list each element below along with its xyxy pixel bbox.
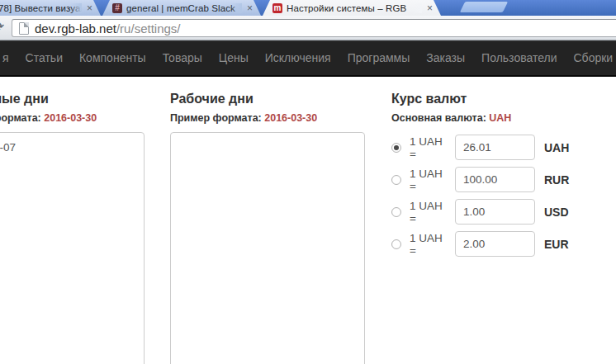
browser-toolbar: ⟳ dev.rgb-lab.net/ru/settings/ (0, 16, 616, 40)
new-tab-button[interactable] (460, 2, 508, 12)
currency-code-uah: UAH (544, 141, 569, 154)
nav-item-products[interactable]: Товары (163, 51, 202, 64)
format-label: Пример формата: (0, 112, 41, 124)
rate-row-eur: 1 UAH = EUR (391, 231, 616, 257)
format-hint: Пример формата: 2016-03-30 (170, 111, 365, 125)
format-hint: Пример формата: 2016-03-30 (0, 111, 145, 125)
address-bar[interactable]: dev.rgb-lab.net/ru/settings/ (12, 19, 616, 37)
weekend-days-textarea[interactable]: 2016-06-07 (0, 132, 145, 364)
url-text[interactable]: dev.rgb-lab.net/ru/settings/ (35, 21, 181, 35)
working-days-textarea[interactable] (170, 132, 365, 364)
nav-item-articles[interactable]: Статьи (26, 51, 63, 64)
rate-prefix: 1 UAH = (410, 168, 448, 192)
tab-close-icon[interactable]: × (84, 2, 95, 13)
nav-item-builds[interactable]: Сборки (574, 51, 614, 64)
nav-item-orders[interactable]: Заказы (426, 51, 465, 64)
radio-rur[interactable] (391, 175, 401, 185)
page-icon (19, 22, 29, 35)
rate-input-rur[interactable] (455, 167, 535, 192)
url-path: /ru/settings/ (116, 21, 181, 35)
tab-title: general | memCrab Slack (126, 3, 242, 13)
rate-prefix: 1 UAH = (410, 232, 448, 257)
base-currency-value: UAH (489, 112, 511, 124)
tab-title: Настройки системы – RGB (287, 3, 422, 13)
tab-close-icon[interactable]: × (244, 2, 255, 13)
section-title-workdays: Рабочие дни (170, 91, 365, 106)
rate-input-uah[interactable] (455, 135, 535, 160)
rate-input-usd[interactable] (455, 199, 535, 225)
rate-input-eur[interactable] (455, 231, 535, 257)
format-example-date: 2016-03-30 (264, 112, 317, 124)
rate-row-usd: 1 UAH = USD (391, 199, 616, 225)
settings-page: Выходные дни Пример формата: 2016-03-30 … (0, 77, 616, 364)
nav-item-prices[interactable]: Цены (219, 51, 249, 64)
rate-prefix: 1 UAH = (410, 200, 448, 225)
radio-eur[interactable] (391, 239, 401, 249)
tab-title: 78] Вывести визуал (0, 3, 82, 13)
section-title-currency: Курс валют (391, 91, 616, 106)
rate-row-uah: 1 UAH = UAH (391, 135, 616, 160)
working-days-section: Рабочие дни Пример формата: 2016-03-30 (170, 77, 365, 364)
currency-code-eur: EUR (544, 238, 569, 251)
nav-item-components[interactable]: Компоненты (79, 51, 146, 64)
radio-usd[interactable] (391, 207, 401, 217)
base-currency-label: Основная валюта: (391, 112, 486, 124)
tab-close-icon[interactable]: × (424, 2, 435, 13)
nav-item-users[interactable]: Пользователи (481, 51, 557, 64)
base-currency-line: Основная валюта: UAH (391, 111, 616, 125)
format-label: Пример формата: (170, 112, 262, 124)
radio-uah[interactable] (391, 143, 401, 153)
weekend-days-section: Выходные дни Пример формата: 2016-03-30 … (0, 77, 145, 364)
site-nav: я Статьи Компоненты Товары Цены Исключен… (0, 40, 616, 77)
reload-icon[interactable]: ⟳ (0, 18, 4, 35)
rate-prefix: 1 UAH = (410, 135, 448, 160)
memcrab-favicon: m (272, 3, 282, 13)
nav-item-clipped[interactable]: я (2, 51, 9, 64)
currency-rates-section: Курс валют Основная валюта: UAH 1 UAH = … (391, 77, 616, 257)
rate-row-rur: 1 UAH = RUR (391, 167, 616, 192)
browser-tab-strip: 78] Вывести визуал × # general | memCrab… (0, 0, 616, 16)
section-title-weekend: Выходные дни (0, 91, 145, 106)
format-example-date: 2016-03-30 (44, 112, 97, 124)
slack-channel-icon: # (112, 3, 122, 13)
currency-rate-list: 1 UAH = UAH 1 UAH = RUR 1 UAH = USD 1 UA… (391, 135, 616, 257)
currency-code-rur: RUR (544, 173, 569, 187)
url-host: dev.rgb-lab.net (35, 21, 116, 35)
nav-item-programs[interactable]: Программы (348, 51, 410, 64)
currency-code-usd: USD (544, 206, 569, 219)
browser-tab-2[interactable]: # general | memCrab Slack × (102, 0, 261, 16)
nav-item-exceptions[interactable]: Исключения (265, 51, 331, 64)
browser-tab-3-active[interactable]: m Настройки системы – RGB × (263, 0, 441, 16)
browser-tab-1[interactable]: 78] Вывести визуал × (0, 0, 101, 16)
